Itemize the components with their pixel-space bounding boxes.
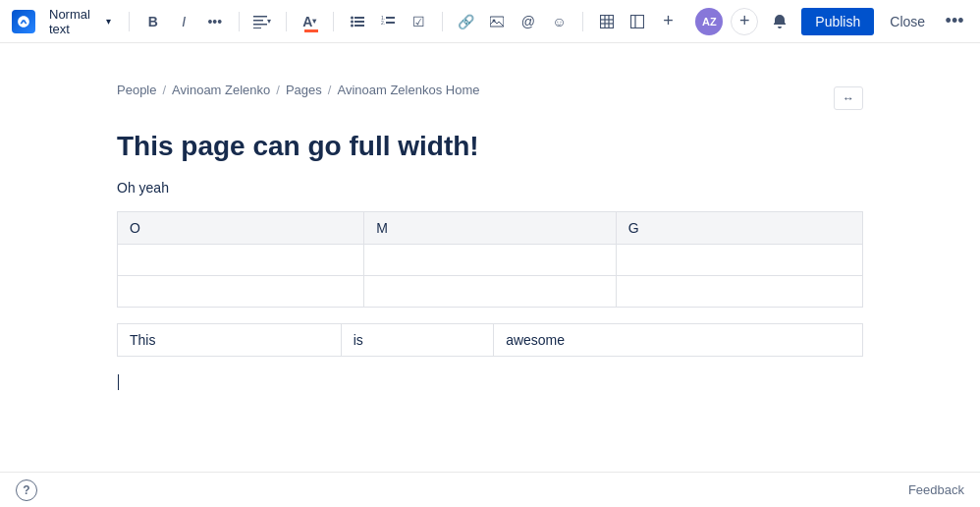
svg-text:2.: 2. [381, 20, 385, 26]
table1-r2c1[interactable] [118, 276, 364, 308]
table1-header-g[interactable]: G [616, 212, 862, 245]
breadcrumb-home[interactable]: Avinoam Zelenkos Home [337, 83, 479, 97]
cursor-line[interactable] [117, 372, 863, 392]
bullet-list-button[interactable] [346, 8, 368, 35]
color-button[interactable]: A ▾ [299, 8, 321, 35]
toolbar-right: AZ + Publish Close ••• [695, 8, 968, 35]
separator-3 [286, 12, 287, 31]
svg-rect-1 [253, 20, 263, 22]
breadcrumb-sep-3: / [328, 83, 332, 97]
table1-header-m[interactable]: M [364, 212, 617, 245]
publish-button[interactable]: Publish [801, 8, 874, 35]
svg-rect-21 [631, 15, 644, 28]
avatar-initials: AZ [702, 16, 717, 28]
text-style-dropdown[interactable]: Normal text ▾ [43, 3, 117, 40]
table1-r2c3[interactable] [616, 276, 862, 308]
table1-r1c3[interactable] [616, 245, 862, 276]
svg-rect-11 [386, 17, 395, 19]
table2-r1c2[interactable]: is [341, 324, 493, 357]
insert-button[interactable]: + [657, 8, 680, 35]
separator-5 [442, 12, 443, 31]
separator-2 [239, 12, 240, 31]
toolbar: Normal text ▾ B I ••• ▾ A ▾ 1.2. ☑ 🔗 @ ☺ [0, 0, 980, 43]
footer: ? Feedback [0, 472, 980, 507]
link-button[interactable]: 🔗 [455, 8, 477, 35]
svg-rect-5 [354, 17, 364, 19]
feedback-link[interactable]: Feedback [908, 482, 964, 497]
action-item-button[interactable]: ☑ [408, 8, 430, 35]
table1-r1c1[interactable] [118, 245, 364, 276]
page-subtitle[interactable]: Oh yeah [117, 180, 863, 196]
main: People / Avinoam Zelenko / Pages / Avino… [0, 43, 980, 507]
breadcrumb-expand-button[interactable]: ↔ [834, 86, 863, 110]
logo[interactable] [12, 10, 35, 33]
text-style-label: Normal text [49, 7, 102, 36]
more-text-format-button[interactable]: ••• [203, 8, 226, 35]
breadcrumb-sep-1: / [162, 83, 166, 97]
svg-point-6 [351, 20, 354, 23]
breadcrumb-row: People / Avinoam Zelenko / Pages / Avino… [117, 83, 863, 113]
separator-4 [333, 12, 334, 31]
separator-1 [129, 12, 130, 31]
number-list-button[interactable]: 1.2. [376, 8, 399, 35]
table-row [118, 245, 863, 276]
svg-point-4 [351, 16, 354, 19]
separator-6 [582, 12, 583, 31]
italic-button[interactable]: I [173, 8, 195, 35]
mention-button[interactable]: @ [517, 8, 539, 35]
table1-r1c2[interactable] [364, 245, 617, 276]
more-options-button[interactable]: ••• [941, 8, 968, 35]
breadcrumb-pages[interactable]: Pages [286, 83, 322, 97]
close-button[interactable]: Close [882, 8, 933, 35]
table1-r2c2[interactable] [364, 276, 617, 308]
page-title[interactable]: This page can go full width! [117, 129, 863, 164]
table-row: This is awesome [118, 324, 863, 357]
table2-r1c3[interactable]: awesome [494, 324, 863, 357]
chevron-down-icon: ▾ [106, 16, 111, 27]
emoji-button[interactable]: ☺ [548, 8, 571, 35]
table-button[interactable] [595, 8, 618, 35]
editor-content: People / Avinoam Zelenko / Pages / Avino… [117, 83, 863, 392]
text-cursor [118, 374, 119, 390]
svg-point-8 [351, 24, 354, 27]
table1-header-o[interactable]: O [118, 212, 364, 245]
svg-rect-0 [253, 16, 267, 18]
add-button[interactable]: + [731, 8, 758, 35]
table-row [118, 276, 863, 308]
align-button[interactable]: ▾ [250, 8, 273, 35]
expand-icon: ↔ [843, 91, 854, 105]
svg-rect-3 [253, 28, 261, 28]
layout-button[interactable] [626, 8, 648, 35]
svg-rect-7 [354, 21, 364, 23]
bold-button[interactable]: B [141, 8, 164, 35]
editor-area[interactable]: People / Avinoam Zelenko / Pages / Avino… [0, 43, 980, 507]
image-button[interactable] [486, 8, 509, 35]
breadcrumb: People / Avinoam Zelenko / Pages / Avino… [117, 83, 479, 97]
svg-rect-16 [600, 15, 613, 28]
svg-rect-13 [386, 22, 395, 24]
breadcrumb-sep-2: / [276, 83, 280, 97]
notification-button[interactable] [766, 8, 793, 35]
svg-rect-2 [253, 24, 267, 26]
breadcrumb-avinoam-zelenko[interactable]: Avinoam Zelenko [172, 83, 270, 97]
svg-rect-9 [354, 25, 364, 27]
table-1: O M G [117, 211, 863, 308]
help-button[interactable]: ? [16, 479, 37, 501]
breadcrumb-people[interactable]: People [117, 83, 156, 97]
table-2: This is awesome [117, 323, 863, 357]
breadcrumb-actions: ↔ [834, 86, 863, 110]
table2-r1c1[interactable]: This [118, 324, 342, 357]
avatar[interactable]: AZ [695, 8, 723, 35]
